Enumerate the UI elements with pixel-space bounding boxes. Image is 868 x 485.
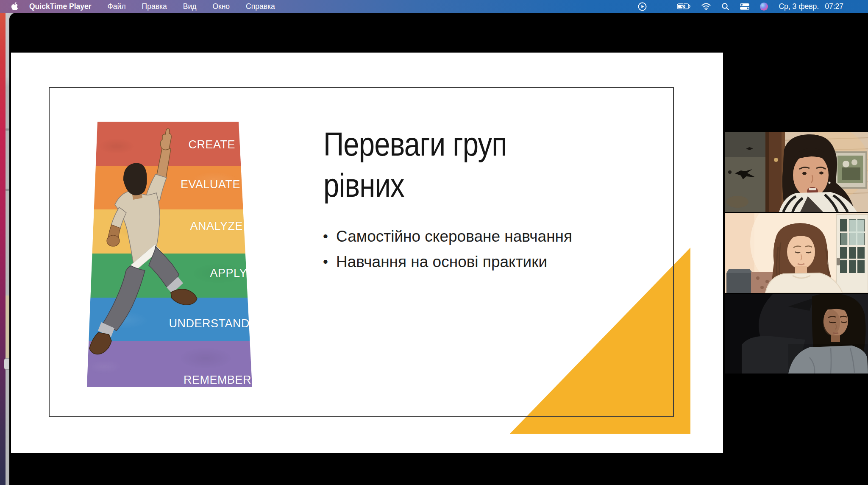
slide-title: Переваги груп рівних [323,124,579,206]
presentation-slide: CREATE EVALUATE ANALYZE APPLY UNDERSTAND… [11,53,723,453]
window-left-edge[interactable] [6,13,9,485]
wall-label-create: CREATE [188,138,235,151]
edge-mark [6,189,9,191]
edge-tan-segment [6,295,9,359]
menu-date: Ср, 3 февр. [779,2,819,11]
apple-menu-icon[interactable] [11,0,18,13]
siri-icon[interactable] [760,3,768,11]
participant-video-2 [725,213,868,293]
menu-bar: QuickTime Player Файл Правка Вид Окно Сп… [0,0,868,13]
participant-video-1 [725,132,868,212]
menu-window[interactable]: Окно [212,2,230,11]
menu-help[interactable]: Справка [246,2,275,11]
menu-view[interactable]: Вид [183,2,197,11]
menu-clock[interactable]: Ср, 3 февр. 07:27 [779,2,843,11]
ukraine-flag-icon[interactable] [657,3,666,9]
wall-label-apply: APPLY [210,267,247,280]
quicktime-window[interactable]: CREATE EVALUATE ANALYZE APPLY UNDERSTAND… [9,13,868,485]
wifi-icon[interactable] [701,0,711,13]
search-icon[interactable] [721,0,729,13]
wall-label-understand: UNDERSTAND [169,317,250,330]
wall-label-analyze: ANALYZE [190,220,243,233]
wall-label-evaluate: EVALUATE [181,178,240,191]
participant-video-3 [725,294,868,374]
slide-bullet-list: Самостійно скероване навчання Навчання н… [322,226,572,277]
bullet-item: Самостійно скероване навчання [322,226,572,247]
battery-charging-icon[interactable] [677,0,691,13]
menu-edit[interactable]: Правка [142,2,167,11]
bullet-item: Навчання на основі практики [322,252,572,272]
bloom-taxonomy-wall-image: CREATE EVALUATE ANALYZE APPLY UNDERSTAND… [87,121,253,388]
climber-illustration [87,121,253,388]
wall-label-remember: REMEMBER [184,374,251,387]
control-center-icon[interactable] [740,0,749,13]
menu-file[interactable]: Файл [108,2,126,11]
edge-mark [6,128,9,131]
app-name[interactable]: QuickTime Player [29,2,92,11]
screen: QuickTime Player Файл Правка Вид Окно Сп… [0,0,868,485]
play-circle-icon[interactable] [638,0,647,13]
menu-time: 07:27 [825,2,843,11]
desktop-wallpaper-strip [0,13,6,485]
